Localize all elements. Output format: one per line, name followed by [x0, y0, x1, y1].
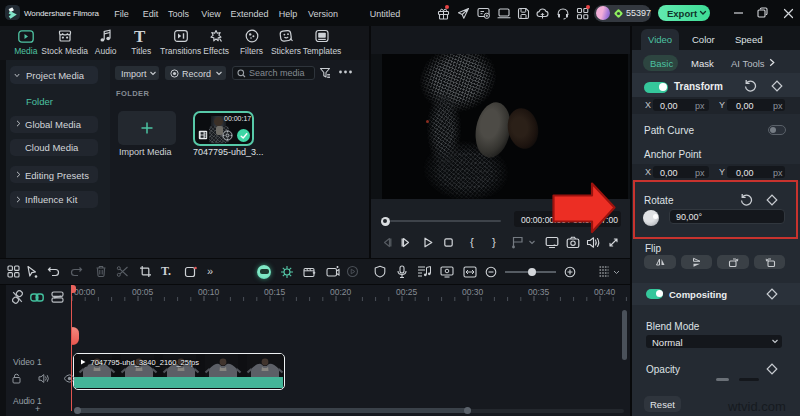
svg-text:00:35: 00:35 [528, 287, 550, 297]
svg-text:00:40: 00:40 [594, 287, 616, 297]
svg-text:00:20: 00:20 [330, 287, 352, 297]
svg-text:00:00: 00:00 [74, 287, 96, 297]
svg-text:00:30: 00:30 [462, 287, 484, 297]
svg-text:00:25: 00:25 [396, 287, 418, 297]
svg-text:00:05: 00:05 [132, 287, 154, 297]
svg-text:00:15: 00:15 [264, 287, 286, 297]
svg-text:00:10: 00:10 [198, 287, 220, 297]
